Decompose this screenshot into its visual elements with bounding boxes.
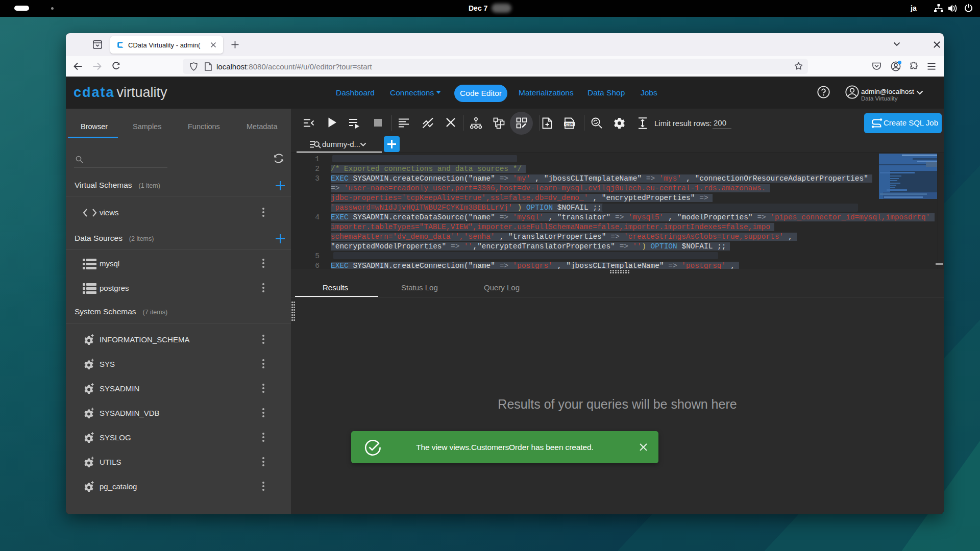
svg-text:CSV: CSV	[566, 122, 573, 127]
